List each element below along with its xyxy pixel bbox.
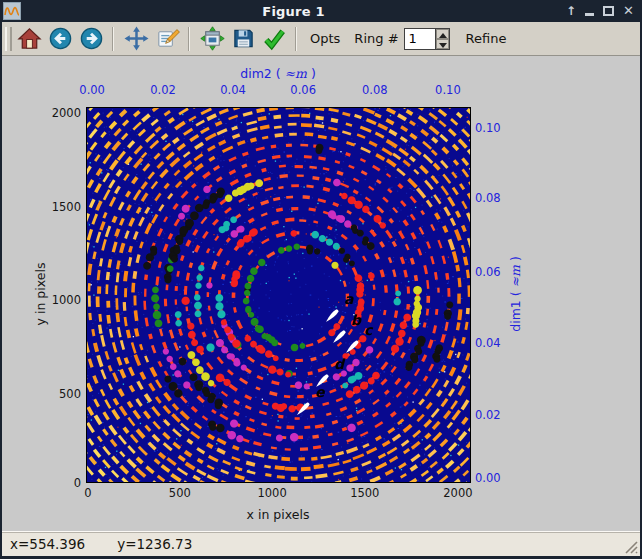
tick-label: 0 xyxy=(84,486,91,500)
refine-button[interactable]: Refine xyxy=(466,31,507,46)
tick-label: 0.06 xyxy=(290,83,316,97)
spin-down-button[interactable] xyxy=(436,39,449,49)
plot-frame xyxy=(86,107,471,483)
configure-subplots-icon xyxy=(200,26,225,51)
tick-label: 0.06 xyxy=(475,265,501,279)
right-axis-label: dim1 ( ≈m ) xyxy=(508,256,523,332)
tick-label: 0.08 xyxy=(475,191,501,205)
top-axis-label: dim2 ( ≈m ) xyxy=(240,66,316,81)
tick-label: 0 xyxy=(2,476,81,490)
check-icon xyxy=(262,26,287,51)
edit-plot-button[interactable] xyxy=(154,25,181,52)
ring-number-spinbox[interactable] xyxy=(404,28,450,50)
edit-plot-icon xyxy=(155,26,180,51)
figure-canvas-area: dim2 ( ≈m ) dim1 ( ≈m ) y in pixels x in… xyxy=(2,56,640,531)
tick-label: 2000 xyxy=(2,106,81,120)
tick-label: 0.00 xyxy=(475,471,501,485)
home-button[interactable] xyxy=(16,25,43,52)
tick-label: 0.00 xyxy=(79,83,105,97)
title-bar[interactable]: Figure 1 ↑ ✕ xyxy=(0,0,642,22)
back-button[interactable] xyxy=(47,25,74,52)
toolbar-separator xyxy=(112,27,114,51)
tick-label: 1000 xyxy=(257,486,286,500)
matplotlib-logo-icon xyxy=(3,2,21,20)
tick-label: 500 xyxy=(2,387,81,401)
tick-label: 0.08 xyxy=(362,83,388,97)
tick-label: 1500 xyxy=(2,200,81,214)
window-title: Figure 1 xyxy=(21,4,566,19)
tick-label: 500 xyxy=(169,486,191,500)
toolbar-separator xyxy=(188,27,190,51)
tick-label: 0.02 xyxy=(475,408,501,422)
tick-label: 0.04 xyxy=(220,83,246,97)
configure-subplots-button[interactable] xyxy=(199,25,226,52)
figure-window: Figure 1 ↑ ✕ xyxy=(0,0,642,559)
ring-number-label: Ring # xyxy=(354,31,398,46)
pan-button[interactable] xyxy=(123,25,150,52)
maximize-button[interactable] xyxy=(603,6,614,16)
resize-grip-icon[interactable] xyxy=(622,538,638,554)
forward-button[interactable] xyxy=(78,25,105,52)
tick-label: 1500 xyxy=(350,486,379,500)
tick-label: 1000 xyxy=(2,293,81,307)
toolbar-handle[interactable] xyxy=(5,27,12,51)
apply-check-button[interactable] xyxy=(261,25,288,52)
status-bar: x=554.396 y=1236.73 xyxy=(2,531,640,556)
cursor-y-readout: y=1236.73 xyxy=(117,536,192,552)
x-axis-label: x in pixels xyxy=(247,507,310,522)
pan-icon xyxy=(124,26,149,51)
tick-label: 0.04 xyxy=(475,336,501,350)
minimize-button[interactable] xyxy=(585,13,594,16)
plot-canvas[interactable] xyxy=(87,108,470,482)
save-button[interactable] xyxy=(230,25,257,52)
ring-number-input[interactable] xyxy=(405,29,435,49)
back-icon xyxy=(48,26,73,51)
cursor-x-readout: x=554.396 xyxy=(10,536,85,552)
opts-button[interactable]: Opts xyxy=(310,31,340,46)
home-icon xyxy=(17,26,42,51)
tick-label: 0.10 xyxy=(435,83,461,97)
tick-label: 2000 xyxy=(443,486,472,500)
tick-label: 0.10 xyxy=(475,121,501,135)
tick-label: 0.02 xyxy=(150,83,176,97)
save-icon xyxy=(231,26,256,51)
spin-up-button[interactable] xyxy=(436,29,449,39)
forward-icon xyxy=(79,26,104,51)
toolbar: Opts Ring # Refine xyxy=(2,22,640,56)
close-button[interactable]: ✕ xyxy=(623,5,634,17)
toolbar-separator xyxy=(295,27,297,51)
shade-button[interactable]: ↑ xyxy=(566,5,576,17)
